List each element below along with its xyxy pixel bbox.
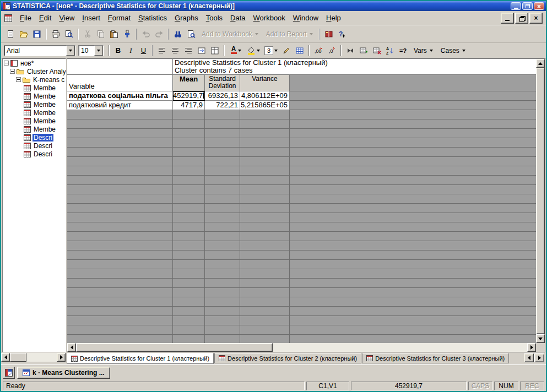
- format-painter-button[interactable]: [121, 28, 134, 40]
- tree-item-members-6[interactable]: Membe: [3, 125, 66, 133]
- child-minimize-button[interactable]: [501, 13, 514, 24]
- tree-horizontal-scrollbar[interactable]: [1, 353, 66, 362]
- cell-std-deviation-2[interactable]: 722,21: [205, 101, 240, 110]
- scroll-down-button[interactable]: [536, 334, 545, 343]
- find-button[interactable]: [171, 28, 185, 40]
- font-size-select[interactable]: 10: [78, 45, 104, 56]
- bold-button[interactable]: B: [112, 45, 124, 57]
- tree-item-descriptives-2[interactable]: Descri: [3, 141, 66, 150]
- row-header-variable-1[interactable]: податкова соціальна пільга: [67, 91, 173, 101]
- decrease-decimals-button[interactable]: ,0: [325, 45, 338, 57]
- find-in-document-button[interactable]: [185, 28, 198, 40]
- print-button[interactable]: [49, 28, 62, 40]
- tree-scroll-right-button[interactable]: [57, 353, 66, 362]
- cell-std-deviation-1[interactable]: 69326,13: [205, 91, 240, 101]
- column-header-variance[interactable]: Variance: [240, 75, 290, 91]
- tree-scroll-left-button[interactable]: [1, 353, 10, 362]
- insert-cells-button[interactable]: [357, 45, 370, 57]
- sheet-tab-cluster-3[interactable]: Descriptive Statistics for Cluster 3 (кл…: [362, 353, 509, 363]
- copy-button[interactable]: [94, 28, 107, 40]
- gridlines-button[interactable]: [293, 45, 306, 57]
- pencil-button[interactable]: [280, 45, 293, 57]
- tree-item-members-3[interactable]: Membe: [3, 100, 66, 108]
- tree-item-members-4[interactable]: Membe: [3, 108, 66, 117]
- empty-grid-cells[interactable]: [67, 110, 536, 343]
- tree-item-workbook[interactable]: нов*: [3, 59, 66, 67]
- increase-decimals-button[interactable]: ,00: [312, 45, 325, 57]
- vars-button[interactable]: Vars: [410, 46, 437, 56]
- child-restore-button[interactable]: [515, 13, 528, 24]
- menu-view[interactable]: View: [55, 12, 78, 24]
- new-button[interactable]: [4, 28, 17, 40]
- italic-button[interactable]: I: [124, 45, 137, 57]
- statistica-logo-button[interactable]: [3, 367, 15, 379]
- combo-arrow-button[interactable]: [66, 46, 75, 56]
- align-left-button[interactable]: [155, 45, 169, 57]
- menu-data[interactable]: Data: [226, 12, 249, 24]
- open-button[interactable]: [17, 28, 30, 40]
- child-close-button[interactable]: [529, 13, 543, 24]
- font-color-button[interactable]: [227, 45, 245, 57]
- cases-button[interactable]: Cases: [437, 46, 469, 56]
- sort-button[interactable]: AZ: [383, 45, 397, 57]
- vertical-scroll-thumb[interactable]: [536, 68, 545, 334]
- redo-button[interactable]: [153, 28, 166, 40]
- tree-scroll-thumb[interactable]: [10, 353, 26, 362]
- borders-button[interactable]: 3: [262, 45, 280, 57]
- menu-tools[interactable]: Tools: [202, 12, 226, 24]
- merge-cells-button[interactable]: [195, 45, 208, 57]
- fill-color-button[interactable]: [245, 45, 262, 57]
- tab-scroll-left-button[interactable]: [524, 353, 534, 362]
- menu-workbook[interactable]: Workbook: [250, 12, 289, 24]
- delete-cells-button[interactable]: [370, 45, 383, 57]
- format-cells-button[interactable]: [208, 45, 221, 57]
- task-button-kmeans-clustering[interactable]: k - Means Clustering ...: [17, 367, 110, 379]
- cut-button[interactable]: [81, 28, 94, 40]
- select-cells-button[interactable]: [344, 45, 357, 57]
- row-header-variable-2[interactable]: податковий кредит: [67, 101, 173, 110]
- align-center-button[interactable]: [169, 45, 182, 57]
- scroll-up-button[interactable]: [536, 59, 545, 68]
- add-to-workbook-button[interactable]: Add to Workbook: [198, 29, 262, 39]
- tree-item-cluster-analysis[interactable]: Cluster Analy: [3, 67, 66, 75]
- sheet-tab-cluster-2[interactable]: Descriptive Statistics for Cluster 2 (кл…: [214, 353, 361, 363]
- recalculate-button[interactable]: =?: [397, 45, 410, 57]
- tree-item-members-5[interactable]: Membe: [3, 117, 66, 125]
- menu-file[interactable]: File: [16, 12, 35, 24]
- collapse-icon[interactable]: [16, 77, 21, 82]
- menu-graphs[interactable]: Graphs: [171, 12, 202, 24]
- maximize-button[interactable]: [522, 2, 533, 10]
- vertical-scrollbar[interactable]: [536, 59, 545, 343]
- tree-item-descriptives-1-selected[interactable]: Descri: [3, 133, 66, 141]
- tree-item-descriptives-3[interactable]: Descri: [3, 150, 66, 158]
- tree-item-kmeans[interactable]: K-means c: [3, 75, 66, 84]
- save-button[interactable]: [30, 28, 44, 40]
- column-header-mean[interactable]: Mean: [173, 75, 205, 91]
- horizontal-scrollbar[interactable]: [67, 343, 536, 352]
- close-button[interactable]: [534, 2, 544, 10]
- tree-item-members-1[interactable]: Membe: [3, 84, 66, 92]
- minimize-button[interactable]: [511, 2, 521, 10]
- collapse-icon[interactable]: [10, 69, 15, 74]
- column-header-std-deviation[interactable]: Standard Deviation: [205, 75, 240, 91]
- menu-edit[interactable]: Edit: [35, 12, 55, 24]
- cell-variance-1[interactable]: 4,806112E+09: [240, 91, 290, 101]
- context-help-button[interactable]: ?: [335, 28, 349, 40]
- menu-statistics[interactable]: Statistics: [134, 12, 171, 24]
- active-cell-mean-1[interactable]: 452919,7: [173, 91, 205, 101]
- align-right-button[interactable]: [182, 45, 195, 57]
- menu-insert[interactable]: Insert: [78, 12, 104, 24]
- scroll-left-button[interactable]: [67, 343, 76, 352]
- horizontal-scroll-thumb[interactable]: [76, 343, 273, 352]
- undo-button[interactable]: [139, 28, 153, 40]
- paste-button[interactable]: [107, 28, 121, 40]
- font-family-select[interactable]: Arial: [4, 45, 75, 56]
- scroll-right-button[interactable]: [527, 343, 536, 352]
- cell-mean-2[interactable]: 4717,9: [173, 101, 205, 110]
- sheet-tab-cluster-1[interactable]: Descriptive Statistics for Cluster 1 (кл…: [67, 353, 214, 364]
- underline-button[interactable]: U: [137, 45, 150, 57]
- menu-help[interactable]: Help: [322, 12, 345, 24]
- tab-scroll-right-button[interactable]: [534, 353, 544, 362]
- variable-column-header[interactable]: Variable: [67, 75, 173, 91]
- cell-variance-2[interactable]: 5,215865E+05: [240, 101, 290, 110]
